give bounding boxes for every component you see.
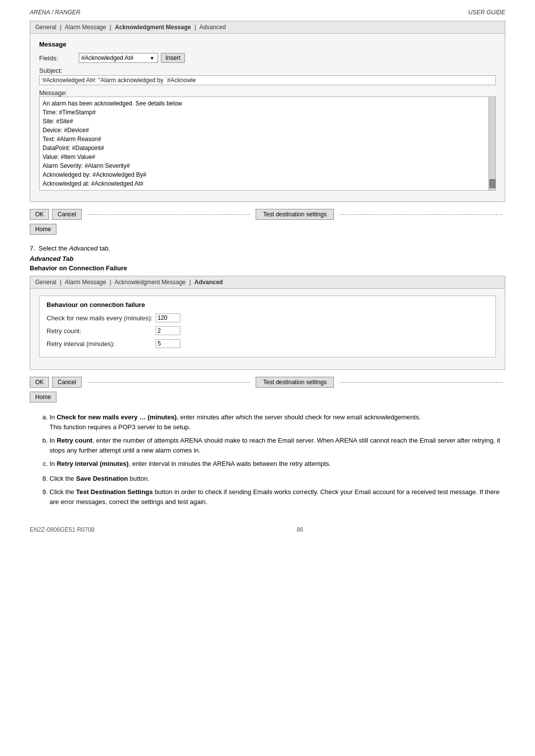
ok-button-2[interactable]: OK — [30, 377, 49, 388]
message-content: An alarm has been acknowledged. See deta… — [43, 99, 492, 188]
tab-sep1: | — [60, 24, 61, 31]
numbered-list: Click the Save Destination button. Click… — [30, 474, 505, 507]
save-destination-bold: Save Destination — [76, 475, 128, 482]
tab2-sep2: | — [110, 279, 111, 286]
home-button-1[interactable]: Home — [30, 224, 56, 235]
tab-alarm-message[interactable]: Alarm Message — [65, 24, 106, 31]
numbered-item-8: Click the Save Destination button. — [50, 474, 505, 484]
fields-row: Fields: #Acknowledged At# ▼ Insert — [39, 53, 496, 63]
footer-center: 86 — [297, 526, 303, 533]
tab2-acknowledgment[interactable]: Acknowledgment Message — [114, 279, 185, 286]
test-button-1[interactable]: Test destination settings — [256, 209, 334, 220]
tab2-advanced[interactable]: Advanced — [195, 279, 223, 286]
retry-count-input[interactable] — [156, 326, 180, 335]
scrollbar-thumb — [489, 179, 495, 188]
alpha-item-c: In Retry interval (minutes), enter inter… — [50, 459, 505, 469]
acknowledgment-panel: General | Alarm Message | Acknowledgment… — [30, 21, 505, 202]
behaviour-title: Behaviour on connection failure — [47, 301, 488, 308]
dropdown-arrow-icon: ▼ — [149, 55, 156, 61]
retry-count-row: Retry count: — [47, 326, 488, 335]
home-row-1: Home — [30, 224, 505, 235]
retry-interval-row: Retry interval (minutes): — [47, 339, 488, 348]
message-label: Message: — [39, 89, 79, 97]
ok-button-1[interactable]: OK — [30, 209, 49, 220]
alpha-a-bold: Check for new mails every … (minutes) — [56, 413, 176, 421]
subject-label: Subject: — [39, 67, 79, 74]
alpha-c-bold: Retry interval (minutes) — [56, 460, 128, 467]
cancel-button-1[interactable]: Cancel — [52, 209, 81, 220]
check-mails-input[interactable] — [156, 313, 180, 322]
alpha-list: In Check for new mails every … (minutes)… — [30, 412, 505, 469]
home-row-2: Home — [30, 392, 505, 403]
tab2-general[interactable]: General — [35, 279, 56, 286]
retry-interval-input[interactable] — [156, 339, 180, 348]
advanced-bold: Tab — [62, 255, 74, 262]
dashed-separator-4 — [340, 382, 502, 383]
test-button-2[interactable]: Test destination settings — [256, 377, 334, 388]
message-section-title: Message — [39, 41, 496, 48]
page-footer: EN2Z-0906GE51 R0708 86 — [0, 516, 535, 538]
dashed-separator-3 — [88, 382, 250, 383]
check-mails-row: Check for new mails every (minutes): — [47, 313, 488, 322]
behaviour-section: Behaviour on connection failure Check fo… — [39, 296, 496, 357]
header-right: USER GUIDE — [468, 9, 505, 16]
advanced-italic: Advanced — [30, 255, 60, 262]
tab-advanced[interactable]: Advanced — [200, 24, 226, 31]
advanced-panel: General | Alarm Message | Acknowledgment… — [30, 276, 505, 370]
alpha-item-a: In Check for new mails every … (minutes)… — [50, 412, 505, 432]
subject-row: Subject: '#Acknowledged At#: "Alarm ackn… — [39, 67, 496, 85]
tab-acknowledgment-message[interactable]: Acknowledgment Message — [115, 24, 191, 31]
tab-general[interactable]: General — [35, 24, 56, 31]
tab2-sep3: | — [189, 279, 191, 286]
panel2-tabs: General | Alarm Message | Acknowledgment… — [30, 276, 505, 289]
message-row: Message: An alarm has been acknowledged.… — [39, 89, 496, 191]
check-mails-label: Check for new mails every (minutes): — [47, 314, 156, 322]
home-button-2[interactable]: Home — [30, 392, 56, 403]
behavior-heading: Behavior on Connection Failure — [30, 264, 505, 272]
retry-count-label: Retry count: — [47, 327, 156, 335]
scrollbar[interactable] — [488, 97, 495, 190]
footer-left: EN2Z-0906GE51 R0708 — [30, 526, 95, 533]
alpha-item-b: In Retry count, enter the number of atte… — [50, 436, 505, 455]
dashed-separator-2 — [340, 214, 502, 215]
header-left: ARENA / RANGER — [30, 9, 80, 16]
tab-sep2: | — [110, 24, 111, 31]
field-select[interactable]: #Acknowledged At# ▼ — [79, 53, 158, 63]
button-row-2: OK Cancel Test destination settings — [30, 377, 505, 388]
tab-sep3: | — [195, 24, 196, 31]
insert-button[interactable]: Insert — [161, 53, 185, 63]
button-row-1: OK Cancel Test destination settings — [30, 209, 505, 220]
retry-interval-label: Retry interval (minutes): — [47, 340, 156, 348]
step7-num: 7. — [30, 245, 35, 252]
tab2-sep1: | — [60, 279, 61, 286]
panel1-tabs: General | Alarm Message | Acknowledgment… — [30, 21, 505, 34]
numbered-item-9: Click the Test Destination Settings butt… — [50, 487, 505, 506]
advanced-tab-heading: Advanced Tab — [30, 255, 505, 262]
message-textarea[interactable]: An alarm has been acknowledged. See deta… — [39, 97, 496, 191]
cancel-button-2[interactable]: Cancel — [52, 377, 81, 388]
step7-instruction: 7. Select the Advanced tab. — [30, 245, 505, 252]
field-select-text: #Acknowledged At# — [81, 54, 149, 61]
tab2-alarm-message[interactable]: Alarm Message — [65, 279, 106, 286]
test-destination-bold: Test Destination Settings — [76, 488, 153, 496]
step7-italic: Advanced — [69, 245, 98, 252]
dashed-separator-1 — [88, 214, 250, 215]
alpha-b-bold: Retry count — [56, 437, 92, 444]
subject-value[interactable]: '#Acknowledged At#: "Alarm acknowledged … — [39, 75, 496, 85]
fields-label: Fields: — [39, 54, 79, 62]
alpha-a-note: This function requires a POP3 server to … — [50, 422, 505, 432]
